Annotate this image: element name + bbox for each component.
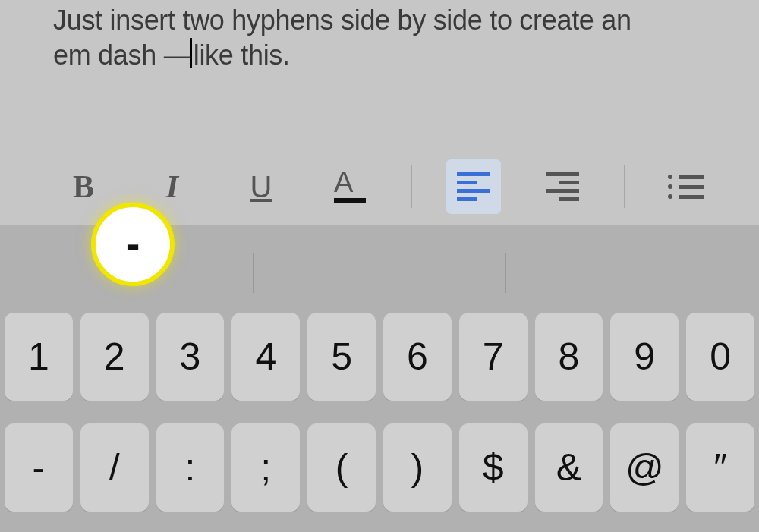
- key-slash[interactable]: /: [80, 423, 149, 512]
- key-dollar[interactable]: $: [459, 423, 528, 512]
- italic-button[interactable]: I: [145, 159, 200, 214]
- key-0[interactable]: 0: [686, 313, 754, 401]
- key-5[interactable]: 5: [307, 313, 376, 401]
- key-8[interactable]: 8: [535, 313, 603, 401]
- keyboard-row-numbers: 1 2 3 4 5 6 7 8 9 0: [0, 313, 759, 401]
- doc-line-1: Just insert two hyphens side by side to …: [53, 5, 631, 36]
- suggestion-separator: [253, 253, 254, 293]
- key-colon[interactable]: :: [156, 423, 225, 512]
- underline-icon: U: [250, 170, 272, 204]
- key-ampersand[interactable]: &: [535, 423, 603, 512]
- text-color-button[interactable]: A: [323, 159, 377, 214]
- italic-icon: I: [166, 168, 178, 205]
- bullet-list-button[interactable]: [659, 159, 713, 214]
- bold-icon: B: [73, 168, 94, 205]
- key-9[interactable]: 9: [610, 313, 679, 401]
- align-right-icon: [546, 172, 579, 201]
- key-double-prime[interactable]: ″: [686, 423, 754, 512]
- underline-button[interactable]: U: [234, 159, 288, 214]
- hyphen-callout-char: -: [126, 219, 140, 268]
- key-hyphen[interactable]: -: [5, 423, 73, 512]
- em-dash: —: [164, 38, 190, 73]
- doc-line-2-before: em dash: [53, 39, 164, 71]
- align-left-icon: [457, 172, 490, 201]
- key-2[interactable]: 2: [80, 313, 149, 401]
- align-right-button[interactable]: [535, 159, 590, 214]
- key-6[interactable]: 6: [383, 313, 452, 401]
- keyboard-row-symbols: - / : ; ( ) $ & @ ″: [0, 423, 759, 512]
- document-text[interactable]: Just insert two hyphens side by side to …: [53, 3, 706, 74]
- doc-line-2-after: like this.: [194, 39, 290, 71]
- text-color-icon: A: [334, 171, 366, 203]
- toolbar-separator: [624, 165, 625, 208]
- key-semicolon[interactable]: ;: [231, 423, 300, 512]
- text-cursor: [190, 38, 192, 68]
- bold-button[interactable]: B: [56, 159, 111, 214]
- key-3[interactable]: 3: [156, 313, 225, 401]
- key-7[interactable]: 7: [459, 313, 528, 401]
- key-at[interactable]: @: [610, 423, 679, 512]
- hyphen-callout: -: [91, 203, 175, 286]
- document-area[interactable]: Just insert two hyphens side by side to …: [0, 0, 759, 149]
- align-left-button[interactable]: [446, 159, 501, 214]
- bullet-list-icon: [668, 175, 704, 199]
- key-4[interactable]: 4: [231, 313, 300, 401]
- key-open-paren[interactable]: (: [307, 423, 376, 512]
- key-close-paren[interactable]: ): [383, 423, 452, 512]
- toolbar-separator: [411, 165, 412, 208]
- suggestion-separator: [505, 253, 506, 293]
- key-1[interactable]: 1: [5, 313, 73, 401]
